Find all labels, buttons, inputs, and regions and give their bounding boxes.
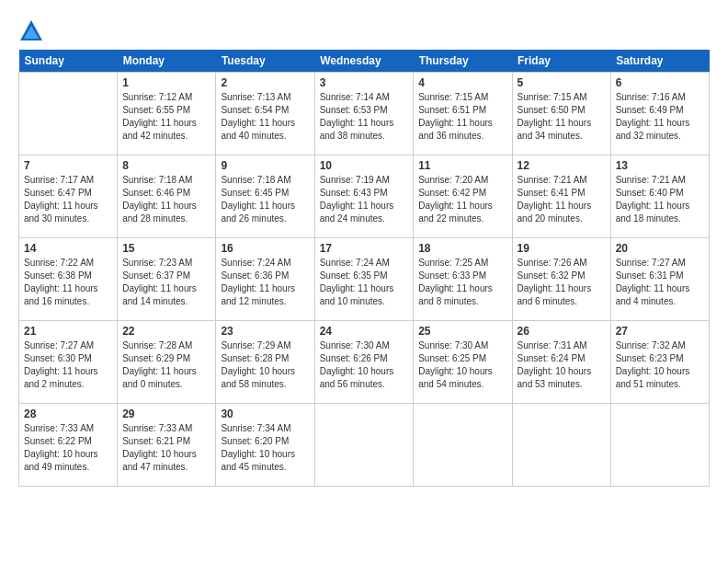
day-info: Sunrise: 7:13 AMSunset: 6:54 PMDaylight:… <box>221 91 309 143</box>
calendar-cell: 10Sunrise: 7:19 AMSunset: 6:43 PMDayligh… <box>314 155 414 238</box>
calendar-cell: 18Sunrise: 7:25 AMSunset: 6:33 PMDayligh… <box>414 238 512 321</box>
day-info: Sunrise: 7:33 AMSunset: 6:21 PMDaylight:… <box>122 422 210 474</box>
day-number: 19 <box>518 242 606 255</box>
calendar-cell: 13Sunrise: 7:21 AMSunset: 6:40 PMDayligh… <box>610 155 709 238</box>
calendar-cell: 15Sunrise: 7:23 AMSunset: 6:37 PMDayligh… <box>118 238 216 321</box>
day-number: 8 <box>122 159 210 172</box>
day-info: Sunrise: 7:29 AMSunset: 6:28 PMDaylight:… <box>221 339 309 391</box>
day-number: 22 <box>122 325 210 338</box>
day-info: Sunrise: 7:24 AMSunset: 6:36 PMDaylight:… <box>221 257 309 308</box>
day-info: Sunrise: 7:31 AMSunset: 6:24 PMDaylight:… <box>518 339 606 391</box>
day-info: Sunrise: 7:17 AMSunset: 6:47 PMDaylight:… <box>24 174 112 225</box>
weekday-header-saturday: Saturday <box>610 50 709 73</box>
day-number: 27 <box>616 325 704 338</box>
day-number: 17 <box>320 242 409 255</box>
day-info: Sunrise: 7:20 AMSunset: 6:42 PMDaylight:… <box>418 174 506 225</box>
logo <box>18 18 48 44</box>
day-info: Sunrise: 7:23 AMSunset: 6:37 PMDaylight:… <box>122 257 210 308</box>
calendar-cell: 3Sunrise: 7:14 AMSunset: 6:53 PMDaylight… <box>314 73 414 155</box>
day-info: Sunrise: 7:14 AMSunset: 6:53 PMDaylight:… <box>320 91 409 143</box>
calendar-cell: 5Sunrise: 7:15 AMSunset: 6:50 PMDaylight… <box>512 73 610 155</box>
calendar-cell: 1Sunrise: 7:12 AMSunset: 6:55 PMDaylight… <box>118 73 216 155</box>
calendar-cell: 2Sunrise: 7:13 AMSunset: 6:54 PMDaylight… <box>216 73 314 155</box>
calendar-cell: 12Sunrise: 7:21 AMSunset: 6:41 PMDayligh… <box>512 155 610 238</box>
calendar-cell <box>19 73 118 155</box>
day-number: 24 <box>320 325 409 338</box>
day-number: 12 <box>518 159 606 172</box>
header <box>18 18 710 44</box>
weekday-header-monday: Monday <box>118 50 216 73</box>
calendar-cell: 16Sunrise: 7:24 AMSunset: 6:36 PMDayligh… <box>216 238 314 321</box>
weekday-header-tuesday: Tuesday <box>216 50 314 73</box>
calendar-cell: 9Sunrise: 7:18 AMSunset: 6:45 PMDaylight… <box>216 155 314 238</box>
day-info: Sunrise: 7:33 AMSunset: 6:22 PMDaylight:… <box>24 422 112 474</box>
day-number: 9 <box>221 159 309 172</box>
calendar-cell: 7Sunrise: 7:17 AMSunset: 6:47 PMDaylight… <box>19 155 118 238</box>
calendar-cell: 17Sunrise: 7:24 AMSunset: 6:35 PMDayligh… <box>314 238 414 321</box>
calendar-cell: 14Sunrise: 7:22 AMSunset: 6:38 PMDayligh… <box>19 238 118 321</box>
calendar-cell: 11Sunrise: 7:20 AMSunset: 6:42 PMDayligh… <box>414 155 512 238</box>
day-number: 18 <box>418 242 506 255</box>
calendar-cell: 25Sunrise: 7:30 AMSunset: 6:25 PMDayligh… <box>414 321 512 404</box>
day-info: Sunrise: 7:18 AMSunset: 6:45 PMDaylight:… <box>221 174 309 225</box>
calendar-cell <box>314 404 414 487</box>
calendar-table: SundayMondayTuesdayWednesdayThursdayFrid… <box>18 50 710 487</box>
day-number: 14 <box>24 242 112 255</box>
day-info: Sunrise: 7:25 AMSunset: 6:33 PMDaylight:… <box>418 257 506 308</box>
day-info: Sunrise: 7:34 AMSunset: 6:20 PMDaylight:… <box>221 422 309 474</box>
day-number: 25 <box>418 325 506 338</box>
day-info: Sunrise: 7:30 AMSunset: 6:25 PMDaylight:… <box>418 339 506 391</box>
day-info: Sunrise: 7:27 AMSunset: 6:30 PMDaylight:… <box>24 339 112 391</box>
calendar-cell: 26Sunrise: 7:31 AMSunset: 6:24 PMDayligh… <box>512 321 610 404</box>
day-info: Sunrise: 7:22 AMSunset: 6:38 PMDaylight:… <box>24 257 112 308</box>
day-number: 11 <box>418 159 506 172</box>
day-number: 15 <box>122 242 210 255</box>
calendar-cell: 4Sunrise: 7:15 AMSunset: 6:51 PMDaylight… <box>414 73 512 155</box>
day-info: Sunrise: 7:32 AMSunset: 6:23 PMDaylight:… <box>616 339 704 391</box>
logo-icon <box>18 18 44 44</box>
day-info: Sunrise: 7:19 AMSunset: 6:43 PMDaylight:… <box>320 174 409 225</box>
calendar-cell: 21Sunrise: 7:27 AMSunset: 6:30 PMDayligh… <box>19 321 118 404</box>
day-number: 30 <box>221 408 309 420</box>
calendar-body: 1Sunrise: 7:12 AMSunset: 6:55 PMDaylight… <box>19 73 710 487</box>
week-row-1: 1Sunrise: 7:12 AMSunset: 6:55 PMDaylight… <box>19 73 710 155</box>
calendar-cell <box>512 404 610 487</box>
day-info: Sunrise: 7:15 AMSunset: 6:51 PMDaylight:… <box>418 91 506 143</box>
calendar-cell: 23Sunrise: 7:29 AMSunset: 6:28 PMDayligh… <box>216 321 314 404</box>
calendar-cell <box>610 404 709 487</box>
day-number: 29 <box>122 408 210 420</box>
day-info: Sunrise: 7:24 AMSunset: 6:35 PMDaylight:… <box>320 257 409 308</box>
weekday-header-wednesday: Wednesday <box>314 50 414 73</box>
day-number: 7 <box>24 159 112 172</box>
day-info: Sunrise: 7:21 AMSunset: 6:41 PMDaylight:… <box>518 174 606 225</box>
day-number: 23 <box>221 325 309 338</box>
day-number: 6 <box>616 76 704 89</box>
day-number: 16 <box>221 242 309 255</box>
day-number: 20 <box>616 242 704 255</box>
calendar-cell: 28Sunrise: 7:33 AMSunset: 6:22 PMDayligh… <box>19 404 118 487</box>
day-info: Sunrise: 7:28 AMSunset: 6:29 PMDaylight:… <box>122 339 210 391</box>
calendar-cell: 20Sunrise: 7:27 AMSunset: 6:31 PMDayligh… <box>610 238 709 321</box>
calendar-cell: 22Sunrise: 7:28 AMSunset: 6:29 PMDayligh… <box>118 321 216 404</box>
week-row-5: 28Sunrise: 7:33 AMSunset: 6:22 PMDayligh… <box>19 404 710 487</box>
calendar-cell <box>414 404 512 487</box>
day-info: Sunrise: 7:15 AMSunset: 6:50 PMDaylight:… <box>518 91 606 143</box>
day-info: Sunrise: 7:27 AMSunset: 6:31 PMDaylight:… <box>616 257 704 308</box>
calendar-cell: 19Sunrise: 7:26 AMSunset: 6:32 PMDayligh… <box>512 238 610 321</box>
weekday-header-row: SundayMondayTuesdayWednesdayThursdayFrid… <box>19 50 710 73</box>
day-number: 28 <box>24 408 112 420</box>
day-info: Sunrise: 7:26 AMSunset: 6:32 PMDaylight:… <box>518 257 606 308</box>
calendar-cell: 6Sunrise: 7:16 AMSunset: 6:49 PMDaylight… <box>610 73 709 155</box>
calendar-cell: 30Sunrise: 7:34 AMSunset: 6:20 PMDayligh… <box>216 404 314 487</box>
calendar-cell: 24Sunrise: 7:30 AMSunset: 6:26 PMDayligh… <box>314 321 414 404</box>
calendar-header: SundayMondayTuesdayWednesdayThursdayFrid… <box>19 50 710 73</box>
day-number: 1 <box>122 76 210 89</box>
weekday-header-sunday: Sunday <box>19 50 118 73</box>
day-number: 13 <box>616 159 704 172</box>
weekday-header-thursday: Thursday <box>414 50 512 73</box>
day-info: Sunrise: 7:12 AMSunset: 6:55 PMDaylight:… <box>122 91 210 143</box>
day-number: 5 <box>518 76 606 89</box>
weekday-header-friday: Friday <box>512 50 610 73</box>
day-info: Sunrise: 7:21 AMSunset: 6:40 PMDaylight:… <box>616 174 704 225</box>
calendar-cell: 27Sunrise: 7:32 AMSunset: 6:23 PMDayligh… <box>610 321 709 404</box>
